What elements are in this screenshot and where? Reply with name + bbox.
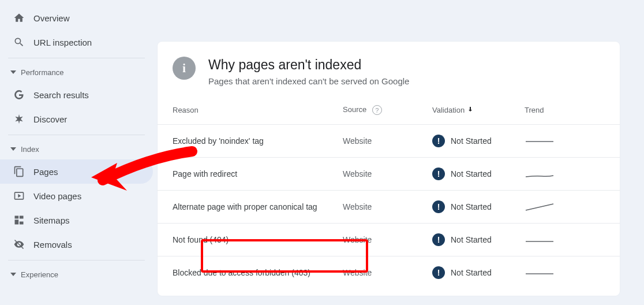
cell-validation: !Not Started (432, 168, 525, 180)
cell-validation: !Not Started (432, 135, 525, 147)
column-header-validation-label: Validation (432, 106, 465, 114)
cell-trend (525, 169, 559, 179)
section-title: Experience (21, 270, 58, 279)
section-title: Performance (21, 68, 63, 77)
column-header-validation[interactable]: Validation (432, 106, 525, 114)
divider (8, 58, 145, 58)
sidebar: Overview URL inspection Performance Sear… (0, 0, 153, 305)
sidebar-item-label: Video pages (33, 191, 81, 201)
sidebar-item-label: URL inspection (33, 38, 92, 47)
column-header-source[interactable]: Source ? (343, 105, 432, 115)
card-subtitle: Pages that aren't indexed can't be serve… (208, 76, 409, 86)
search-icon (13, 36, 25, 49)
cell-trend (525, 202, 559, 212)
sidebar-item-label: Overview (33, 13, 70, 23)
sidebar-item-url-inspection[interactable]: URL inspection (0, 30, 153, 54)
sidebar-item-label: Removals (33, 240, 72, 250)
cell-reason: Page with redirect (173, 169, 343, 178)
cell-reason: Excluded by 'noindex' tag (173, 136, 343, 146)
divider (8, 135, 145, 135)
sidebar-item-label: Pages (33, 167, 58, 177)
column-header-reason[interactable]: Reason (173, 106, 343, 114)
removals-icon (13, 238, 25, 251)
home-icon (13, 12, 25, 24)
card-title: Why pages aren't indexed (208, 57, 409, 74)
cell-reason: Not found (404) (173, 235, 343, 244)
cell-source: Website (343, 136, 432, 146)
exclamation-icon: ! (432, 168, 445, 180)
validation-status: Not Started (451, 169, 492, 178)
sidebar-item-sitemaps[interactable]: Sitemaps (0, 208, 153, 232)
table-row[interactable]: Page with redirectWebsite!Not Started (158, 157, 620, 190)
help-icon[interactable]: ? (372, 105, 382, 115)
table-row[interactable]: Not found (404)Website!Not Started (158, 223, 620, 256)
cell-validation: !Not Started (432, 266, 525, 279)
cell-validation: !Not Started (432, 233, 525, 246)
sidebar-item-search-results[interactable]: Search results (0, 83, 153, 107)
cell-trend (525, 235, 559, 245)
chevron-down-icon (10, 146, 16, 152)
sidebar-item-removals[interactable]: Removals (0, 232, 153, 256)
exclamation-icon: ! (432, 200, 445, 213)
validation-status: Not Started (451, 202, 492, 211)
sidebar-item-label: Discover (33, 114, 67, 124)
cell-source: Website (343, 169, 432, 178)
section-header-experience[interactable]: Experience (0, 264, 153, 285)
cell-trend (525, 136, 559, 146)
video-icon (13, 189, 25, 202)
sitemaps-icon (13, 214, 25, 226)
chevron-down-icon (10, 69, 16, 75)
asterisk-icon (13, 113, 25, 125)
cell-trend (525, 267, 559, 278)
cell-validation: !Not Started (432, 200, 525, 213)
exclamation-icon: ! (432, 135, 445, 147)
column-header-source-label: Source (343, 105, 366, 114)
validation-status: Not Started (451, 235, 492, 244)
cell-source: Website (343, 268, 432, 277)
column-header-trend[interactable]: Trend (525, 106, 559, 114)
cell-source: Website (343, 235, 432, 244)
pages-icon (13, 165, 25, 178)
google-g-icon (13, 88, 25, 101)
main-content: i Why pages aren't indexed Pages that ar… (153, 0, 644, 305)
exclamation-icon: ! (432, 233, 445, 246)
chevron-down-icon (10, 271, 16, 277)
validation-status: Not Started (451, 136, 492, 146)
issues-card: i Why pages aren't indexed Pages that ar… (158, 42, 620, 296)
sidebar-item-pages[interactable]: Pages (0, 159, 153, 184)
cell-reason: Alternate page with proper canonical tag (173, 202, 343, 211)
divider (8, 260, 145, 261)
table-header-row: Reason Source ? Validation Trend (158, 96, 620, 124)
info-icon: i (173, 57, 196, 80)
sidebar-item-discover[interactable]: Discover (0, 107, 153, 131)
sort-arrow-down-icon (467, 106, 474, 114)
sidebar-item-label: Search results (33, 90, 89, 100)
sidebar-item-overview[interactable]: Overview (0, 6, 153, 30)
validation-status: Not Started (451, 268, 492, 277)
table-row[interactable]: Excluded by 'noindex' tagWebsite!Not Sta… (158, 124, 620, 157)
table-row[interactable]: Blocked due to access forbidden (403)Web… (158, 256, 620, 289)
table-row[interactable]: Alternate page with proper canonical tag… (158, 190, 620, 223)
sidebar-item-label: Sitemaps (33, 215, 70, 225)
section-header-performance[interactable]: Performance (0, 62, 153, 83)
cell-reason: Blocked due to access forbidden (403) (173, 268, 343, 277)
section-header-index[interactable]: Index (0, 139, 153, 159)
cell-source: Website (343, 202, 432, 211)
exclamation-icon: ! (432, 266, 445, 279)
section-title: Index (21, 145, 39, 154)
sidebar-item-video-pages[interactable]: Video pages (0, 184, 153, 208)
card-header: i Why pages aren't indexed Pages that ar… (158, 42, 620, 96)
